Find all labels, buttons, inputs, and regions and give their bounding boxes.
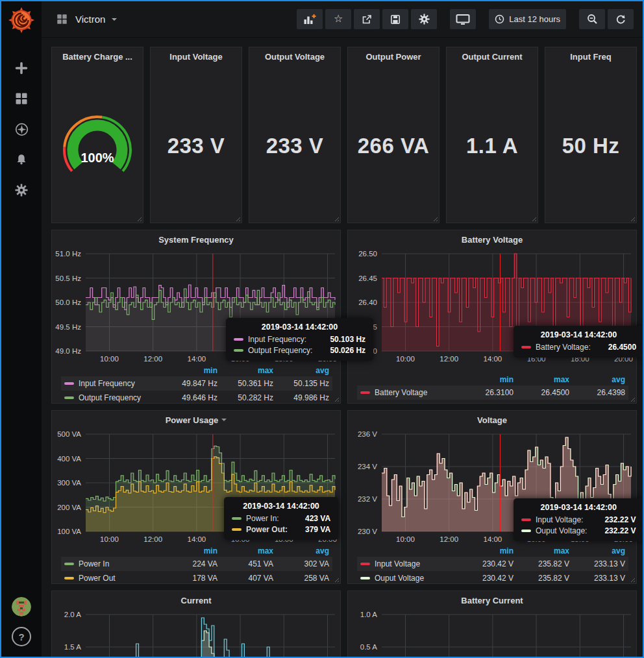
legend-series-toggle[interactable]: Input Voltage — [360, 559, 458, 568]
panel-title-text: System Frequency — [158, 235, 234, 245]
legend-header-row: minmaxavg — [357, 544, 628, 557]
legend-series-toggle[interactable]: Power In — [64, 559, 162, 568]
legend-value: 407 VA — [217, 574, 273, 583]
tooltip-series-value: 423 VA — [292, 514, 330, 523]
svg-text:234 V: 234 V — [358, 463, 377, 470]
chart-plot-current[interactable]: 2.0 A1.5 A1.0 A0.5 A10:0012:0014:0016:00… — [52, 609, 340, 657]
legend-row: Output Frequency49.646 Hz50.282 Hz49.986… — [61, 391, 332, 405]
zoom-out-button[interactable] — [579, 9, 605, 29]
panel-title-text: Output Current — [462, 52, 522, 62]
panel-title[interactable]: Input Voltage — [151, 47, 242, 66]
legend-header-max[interactable]: max — [217, 546, 273, 555]
panel-title-text: Battery Charge ... — [62, 52, 132, 62]
legend-header-avg[interactable]: avg — [569, 375, 625, 384]
legend-value: 50.282 Hz — [217, 393, 273, 402]
panel-voltage: Voltage236 V234 V232 V230 V10:0012:0014:… — [347, 410, 637, 584]
svg-text:51.0 Hz: 51.0 Hz — [55, 250, 81, 258]
alerting-bell-icon[interactable] — [14, 152, 29, 167]
star-button[interactable]: ☆ — [325, 9, 351, 29]
dashboard-title[interactable]: Victron — [75, 14, 105, 25]
legend-header-min[interactable]: min — [458, 375, 514, 384]
panel-battery-current: Battery Current1.0 A0.5 A10:0012:0014:00… — [347, 591, 637, 657]
legend-value: 235.82 V — [514, 559, 569, 568]
legend-header-min[interactable]: min — [458, 546, 514, 555]
legend-value: 230.42 V — [458, 559, 514, 568]
refresh-button[interactable] — [608, 9, 634, 29]
save-button[interactable] — [382, 9, 408, 29]
dashboard-title-caret-icon[interactable] — [112, 18, 117, 23]
tooltip-timestamp: 2019-03-14 14:42:00 — [234, 323, 365, 332]
legend-header-row: minmaxavg — [357, 373, 628, 385]
svg-text:2.0 A: 2.0 A — [64, 611, 82, 618]
legend-header-avg[interactable]: avg — [273, 366, 329, 375]
panel-battery-voltage: Battery Voltage26.5026.4526.4026.3526.30… — [347, 230, 637, 404]
panel-current: Current2.0 A1.5 A1.0 A0.5 A10:0012:0014:… — [51, 591, 341, 657]
chart-legend: minmaxavgInput Frequency49.847 Hz50.361 … — [52, 364, 340, 408]
legend-series-swatch — [64, 396, 74, 399]
svg-text:0.5 A: 0.5 A — [360, 643, 378, 651]
legend-series-toggle[interactable]: Input Frequency — [64, 379, 162, 388]
share-button[interactable] — [354, 9, 380, 29]
chart-plot-battery-current[interactable]: 1.0 A0.5 A10:0012:0014:0016:0018:0020:00 — [348, 609, 636, 657]
help-icon[interactable]: ? — [12, 627, 31, 646]
legend-header-min[interactable]: min — [162, 546, 217, 555]
svg-text:14:00: 14:00 — [187, 355, 206, 363]
dashboards-icon[interactable] — [14, 91, 29, 106]
svg-text:232 V: 232 V — [358, 495, 377, 503]
panel-title[interactable]: Output Current — [447, 47, 538, 66]
panel-title[interactable]: Output Voltage — [249, 47, 340, 66]
settings-gear-button[interactable] — [411, 9, 437, 29]
panel-title[interactable]: Battery Charge ... — [52, 47, 143, 66]
panel-title[interactable]: Power Usage — [52, 411, 340, 429]
create-plus-icon[interactable] — [14, 61, 29, 75]
panel-title-text: Voltage — [477, 415, 507, 425]
panel-title[interactable]: Voltage — [348, 411, 636, 429]
time-range-picker[interactable]: Last 12 hours — [489, 9, 566, 29]
legend-series-name: Input Frequency — [79, 379, 135, 388]
legend-header-max[interactable]: max — [217, 366, 273, 375]
panel-title[interactable]: Battery Voltage — [348, 230, 636, 249]
tooltip-series-label: Battery Voltage: — [536, 343, 591, 352]
user-avatar[interactable] — [12, 597, 31, 616]
tooltip-series-label: Input Voltage: — [536, 515, 583, 524]
panel-title-text: Battery Voltage — [462, 235, 523, 245]
tooltip-series-label: Ouput Voltage: — [536, 526, 587, 535]
tooltip-timestamp: 2019-03-14 14:42:00 — [232, 502, 330, 511]
legend-value: 26.4500 — [514, 388, 569, 397]
panel-menu-caret-icon[interactable] — [221, 419, 227, 424]
chart-tooltip: 2019-03-14 14:42:00Input Frequency:50.10… — [226, 318, 373, 361]
tooltip-series-row: Ouput Voltage:232.22 V — [521, 526, 636, 535]
panel-title[interactable]: Battery Current — [348, 591, 636, 609]
legend-series-toggle[interactable]: Ouput Voltage — [360, 574, 458, 583]
legend-header-max[interactable]: max — [514, 375, 569, 384]
legend-series-toggle[interactable]: Power Out — [64, 574, 162, 583]
tooltip-series-value: 232.22 V — [591, 515, 636, 524]
app-window: ? Victron ☆ — [0, 0, 644, 658]
add-panel-button[interactable] — [297, 9, 323, 29]
panel-title[interactable]: Output Power — [348, 47, 439, 66]
stat-value: 233 V — [151, 66, 242, 223]
panel-output-power: Output Power266 VA — [347, 47, 440, 223]
configuration-gear-icon[interactable] — [14, 183, 29, 197]
svg-text:10:00: 10:00 — [396, 535, 415, 543]
svg-text:100 VA: 100 VA — [57, 528, 81, 535]
svg-text:230 V: 230 V — [358, 528, 377, 535]
svg-text:26.40: 26.40 — [358, 299, 377, 306]
legend-header-avg[interactable]: avg — [273, 546, 329, 555]
legend-series-swatch — [64, 382, 74, 385]
panel-title[interactable]: Input Freq — [545, 47, 636, 66]
legend-header-row: minmaxavg — [61, 364, 332, 376]
legend-series-toggle[interactable]: Battery Voltage — [360, 388, 458, 397]
clock-icon — [495, 14, 504, 24]
legend-header-min[interactable]: min — [162, 366, 217, 375]
tv-cycle-button[interactable] — [450, 9, 476, 29]
panel-title[interactable]: Current — [52, 591, 340, 609]
legend-series-name: Battery Voltage — [375, 388, 427, 397]
grafana-logo[interactable] — [8, 6, 35, 34]
legend-series-toggle[interactable]: Output Frequency — [64, 393, 162, 402]
panel-title[interactable]: System Frequency — [52, 230, 340, 249]
explore-compass-icon[interactable] — [14, 122, 29, 136]
legend-header-max[interactable]: max — [514, 546, 569, 555]
legend-header-avg[interactable]: avg — [569, 546, 625, 555]
tooltip-series-swatch — [232, 517, 242, 520]
